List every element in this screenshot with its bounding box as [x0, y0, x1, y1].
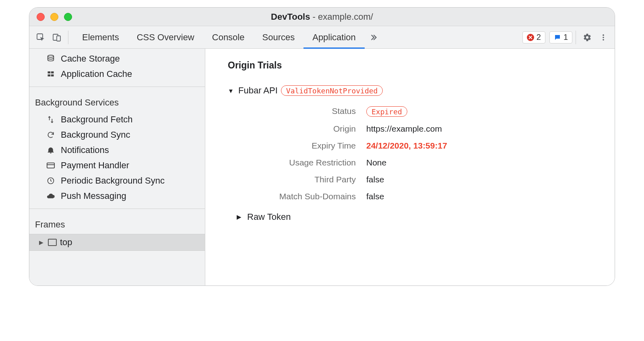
- more-tabs-icon[interactable]: [365, 29, 382, 45]
- inspect-element-icon[interactable]: [33, 29, 49, 45]
- svg-point-4: [603, 37, 604, 38]
- settings-icon[interactable]: [579, 29, 595, 45]
- svg-point-3: [603, 34, 604, 36]
- sidebar-item-label: top: [60, 237, 72, 248]
- kv-value-usage-restriction: None: [366, 158, 596, 167]
- status-pill: Expired: [366, 106, 407, 117]
- kv-label: Origin: [235, 124, 356, 134]
- grid-icon: [45, 70, 56, 78]
- kv-value-expiry: 24/12/2020, 13:59:17: [366, 141, 596, 151]
- issues-counter[interactable]: 1: [549, 31, 572, 43]
- origin-trials-panel: Origin Trials ▼ Fubar API ValidTokenNotP…: [205, 49, 615, 285]
- raw-token-label: Raw Token: [247, 212, 291, 222]
- sidebar-item-label: Payment Handler: [61, 160, 129, 171]
- tab-application[interactable]: Application: [303, 26, 365, 49]
- credit-card-icon: [45, 161, 56, 170]
- sidebar-item-periodic-background-sync[interactable]: Periodic Background Sync: [29, 173, 205, 188]
- kv-label: Third Party: [235, 175, 356, 184]
- svg-rect-7: [48, 71, 51, 73]
- kv-value-status: Expired: [366, 106, 596, 117]
- kv-value-match-subdomains: false: [366, 192, 596, 201]
- tab-console[interactable]: Console: [203, 26, 254, 49]
- kv-value-origin: https://example.com: [366, 124, 596, 134]
- toggle-device-icon[interactable]: [49, 29, 65, 45]
- kv-label: Match Sub-Domains: [235, 192, 356, 201]
- trial-row[interactable]: ▼ Fubar API ValidTokenNotProvided: [228, 85, 596, 96]
- sidebar-item-payment-handler[interactable]: Payment Handler: [29, 158, 205, 173]
- window-title: DevTools - example.com/: [29, 12, 615, 22]
- devtools-window: DevTools - example.com/ Elements CSS Ove…: [29, 7, 615, 286]
- db-stack-icon: [45, 54, 56, 63]
- disclosure-triangle-icon: ▼: [228, 87, 235, 94]
- sidebar-heading-bgservices: Background Services: [29, 92, 205, 112]
- sidebar-item-label: Application Cache: [61, 69, 132, 79]
- sync-icon: [45, 131, 56, 139]
- kv-label: Usage Restriction: [235, 158, 356, 167]
- clock-icon: [45, 177, 56, 185]
- minimize-window-button[interactable]: [50, 13, 58, 21]
- cloud-icon: [45, 192, 56, 200]
- sidebar-item-cache-storage[interactable]: Cache Storage: [29, 51, 205, 66]
- sidebar-item-label: Background Sync: [61, 130, 130, 140]
- sidebar-item-label: Background Fetch: [61, 114, 133, 125]
- errors-counter[interactable]: ✕ 2: [522, 31, 545, 43]
- sidebar-item-frame-top[interactable]: ▶ top: [29, 234, 205, 251]
- trial-name: Fubar API: [238, 85, 278, 96]
- tab-elements[interactable]: Elements: [73, 26, 128, 49]
- kv-label: Status: [235, 106, 356, 117]
- svg-point-5: [603, 39, 604, 41]
- toolbar-tabstrip: Elements CSS Overview Console Sources Ap…: [29, 26, 615, 49]
- kv-value-third-party: false: [366, 175, 596, 184]
- fetch-arrows-icon: [45, 116, 56, 124]
- svg-rect-11: [47, 163, 54, 168]
- application-sidebar: Cache Storage Application Cache Backgrou…: [29, 49, 205, 285]
- svg-rect-10: [51, 74, 54, 76]
- divider: [576, 31, 576, 44]
- svg-rect-2: [57, 36, 60, 41]
- divider: [29, 209, 205, 209]
- divider: [29, 87, 205, 87]
- close-window-button[interactable]: [37, 13, 45, 21]
- raw-token-row[interactable]: ▶ Raw Token: [237, 212, 596, 222]
- disclosure-triangle-icon: ▶: [237, 213, 244, 221]
- frame-icon: [48, 239, 57, 246]
- bell-icon: [45, 146, 56, 154]
- sidebar-heading-frames: Frames: [29, 214, 205, 234]
- panel-title: Origin Trials: [228, 60, 596, 71]
- divider: [68, 31, 68, 44]
- tab-css-overview[interactable]: CSS Overview: [128, 26, 203, 49]
- sidebar-item-label: Push Messaging: [61, 191, 126, 201]
- kv-label: Expiry Time: [235, 141, 356, 151]
- sidebar-item-push-messaging[interactable]: Push Messaging: [29, 188, 205, 204]
- tab-sources[interactable]: Sources: [253, 26, 303, 49]
- sidebar-item-label: Cache Storage: [61, 54, 120, 64]
- svg-rect-9: [48, 74, 51, 76]
- disclosure-triangle-icon: ▶: [39, 239, 45, 246]
- sidebar-item-background-sync[interactable]: Background Sync: [29, 127, 205, 143]
- sidebar-item-application-cache[interactable]: Application Cache: [29, 66, 205, 82]
- trial-details-grid: Status Expired Origin https://example.co…: [235, 106, 596, 201]
- titlebar: DevTools - example.com/: [29, 8, 615, 26]
- sidebar-item-notifications[interactable]: Notifications: [29, 143, 205, 158]
- kebab-menu-icon[interactable]: [595, 29, 611, 45]
- token-status-pill: ValidTokenNotProvided: [281, 85, 383, 96]
- sidebar-item-label: Notifications: [61, 145, 109, 155]
- sidebar-item-background-fetch[interactable]: Background Fetch: [29, 112, 205, 127]
- issue-icon: [554, 34, 561, 41]
- zoom-window-button[interactable]: [64, 13, 72, 21]
- sidebar-item-label: Periodic Background Sync: [61, 176, 165, 186]
- svg-point-6: [48, 55, 54, 58]
- svg-rect-8: [51, 71, 54, 73]
- error-icon: ✕: [527, 34, 534, 41]
